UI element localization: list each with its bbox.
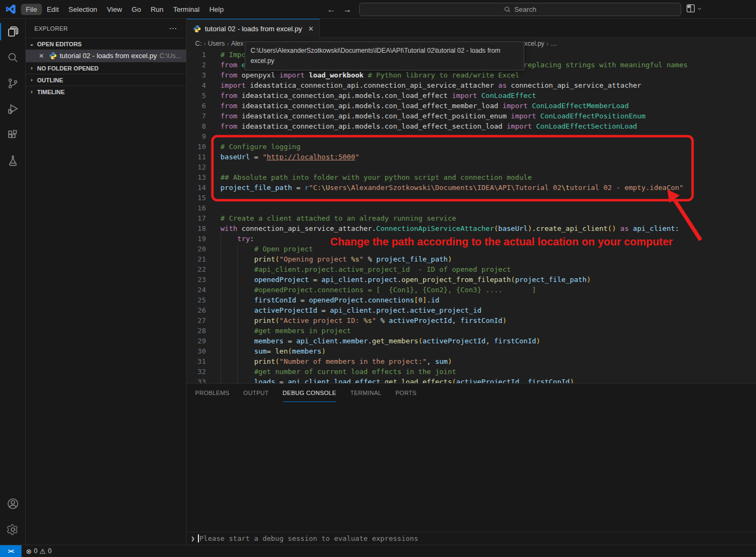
code-line-32[interactable]: 32 #get number of current load effects i… [187,366,756,377]
code-line-28[interactable]: 28 #get members in project [187,326,756,336]
section-outline-label: OUTLINE [37,77,63,83]
panel-tab-debug-console[interactable]: DEBUG CONSOLE [283,384,337,402]
menu-terminal[interactable]: Terminal [168,4,204,15]
layout-control[interactable] [686,4,702,13]
code-line-7[interactable]: 7from ideastatica_connection_api.models.… [187,111,756,121]
section-outline[interactable]: › OUTLINE [26,74,186,86]
chevron-down-icon: ⌄ [28,41,35,47]
code-line-33[interactable]: 33 loads = api_client.load_effect.get_lo… [187,377,756,383]
debug-console-input[interactable]: ❯ Please start a debug session to evalua… [187,532,756,545]
section-open-editors[interactable]: ⌄ OPEN EDITORS [26,38,186,50]
code-line-16[interactable]: 16 [187,203,756,213]
line-number: 29 [187,336,206,346]
line-number: 4 [187,80,206,90]
code-line-14[interactable]: 14project_file_path = r"C:\Users\Alexand… [187,182,756,193]
settings-gear-icon[interactable] [0,517,26,542]
debug-console-body[interactable] [187,402,756,532]
open-editor-item[interactable]: ✕ tutorial 02 - loads from excel.py C:\U… [26,50,186,62]
breadcrumb-item[interactable]: C: [195,40,202,47]
code-line-10[interactable]: 10# Configure logging [187,142,756,152]
close-icon[interactable]: ✕ [308,25,314,33]
line-number: 22 [187,264,206,274]
breadcrumb-item[interactable]: Alex [231,40,244,47]
code-line-29[interactable]: 29 members = api_client.member.get_membe… [187,336,756,346]
code-line-12[interactable]: 12 [187,162,756,172]
code-line-31[interactable]: 31 print("Number of members in the proje… [187,356,756,366]
menu-view[interactable]: View [102,4,127,15]
code-line-27[interactable]: 27 print("Active project ID: %s" % activ… [187,315,756,326]
section-timeline-label: TIMELINE [37,89,65,95]
activity-source-control-icon[interactable] [0,70,26,96]
status-bar: >< ⊗ 0 ⚠ 0 [0,545,756,557]
menu-file[interactable]: File [21,4,42,15]
remote-icon: >< [8,548,14,554]
breadcrumb-item[interactable]: Users [208,40,225,47]
menu-run[interactable]: Run [146,4,168,15]
panel-tab-output[interactable]: OUTPUT [244,384,269,402]
section-no-folder-label: NO FOLDER OPENED [37,65,98,72]
code-line-11[interactable]: 11baseUrl = "http://localhost:5000" [187,152,756,162]
code-line-5[interactable]: 5from ideastatica_connection_api.models.… [187,90,756,101]
debug-input-placeholder: Please start a debug session to evaluate… [199,534,418,542]
code-line-8[interactable]: 8from ideastatica_connection_api.models.… [187,121,756,131]
code-line-4[interactable]: 4import ideastatica_connection_api.conne… [187,80,756,90]
sidebar-more-actions-icon[interactable]: ⋯ [169,24,177,33]
vscode-window: FileEditSelectionViewGoRunTerminalHelp ←… [0,0,756,557]
panel-tab-ports[interactable]: PORTS [395,384,416,402]
warning-icon: ⚠ [40,547,46,555]
code-line-15[interactable]: 15 [187,193,756,203]
line-number: 16 [187,203,206,213]
menu-help[interactable]: Help [204,4,229,15]
code-line-22[interactable]: 22 #api_client.project.active_project_id… [187,264,756,274]
chevron-right-icon: › [28,89,35,95]
section-no-folder-opened[interactable]: › NO FOLDER OPENED [26,62,186,74]
accounts-icon[interactable] [0,491,26,517]
tab-tutorial-02[interactable]: tutorial 02 - loads from excel.py ✕ [187,19,320,38]
line-number: 10 [187,142,206,152]
line-number: 2 [187,60,206,70]
activity-search-icon[interactable] [0,45,26,70]
code-line-21[interactable]: 21 print("Opening project %s" % project_… [187,254,756,264]
code-line-25[interactable]: 25 firstConId = openedProject.connection… [187,295,756,305]
code-line-26[interactable]: 26 activeProjectId = api_client.project.… [187,305,756,315]
activity-extensions-icon[interactable] [0,122,26,148]
search-placeholder: Search [514,5,536,13]
search-icon [504,6,511,13]
code-editor[interactable]: 1# Import2from enum import member # Pyth… [187,50,756,383]
activity-run-debug-icon[interactable] [0,96,26,122]
line-number: 12 [187,162,206,172]
code-line-19[interactable]: 19 try: [187,234,756,244]
back-arrow-icon[interactable]: ← [327,5,336,15]
code-line-18[interactable]: 18with connection_api_service_attacher.C… [187,223,756,234]
code-line-3[interactable]: 3from openpyxl import load_workbook # Py… [187,70,756,80]
line-number: 3 [187,70,206,80]
breadcrumb-right: xcel.py › … [524,38,557,50]
code-line-17[interactable]: 17# Create a client attached to an alrea… [187,213,756,223]
activity-bar [0,19,26,545]
problems-indicator[interactable]: ⊗ 0 ⚠ 0 [26,547,52,555]
code-line-6[interactable]: 6from ideastatica_connection_api.models.… [187,101,756,111]
activity-testing-icon[interactable] [0,148,26,174]
code-line-13[interactable]: 13## Absolute path into folder with your… [187,172,756,182]
activity-bar-bottom [0,491,26,545]
menu-selection[interactable]: Selection [63,4,102,15]
close-icon[interactable]: ✕ [39,52,46,60]
code-line-24[interactable]: 24 #openedProject.connections = [ {Con1}… [187,285,756,295]
code-line-9[interactable]: 9 [187,131,756,142]
section-timeline[interactable]: › TIMELINE [26,86,186,97]
code-line-20[interactable]: 20 # Open project [187,244,756,254]
remote-indicator[interactable]: >< [0,545,22,557]
code-line-30[interactable]: 30 sum= len(members) [187,346,756,356]
panel-tab-problems[interactable]: PROBLEMS [195,384,230,402]
line-number: 1 [187,50,206,60]
line-number: 18 [187,223,206,234]
menu-edit[interactable]: Edit [42,4,63,15]
code-line-23[interactable]: 23 openedProject = api_client.project.op… [187,274,756,285]
line-number: 25 [187,295,206,305]
forward-arrow-icon[interactable]: → [343,5,352,15]
tab-bar: tutorial 02 - loads from excel.py ✕ [187,19,756,38]
panel-tab-terminal[interactable]: TERMINAL [350,384,381,402]
command-center-search[interactable]: Search [359,3,681,16]
activity-explorer-icon[interactable] [0,19,26,45]
menu-go[interactable]: Go [127,4,146,15]
